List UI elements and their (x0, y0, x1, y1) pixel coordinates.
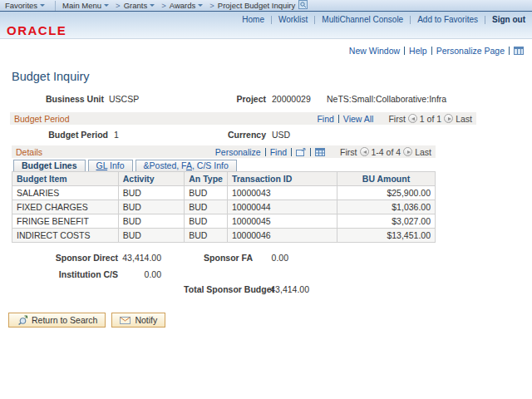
budget-period-pager: First 1 of 1 Last (388, 114, 472, 124)
cell-transaction-id: 10000043 (227, 186, 337, 200)
divider (314, 16, 315, 24)
project-label: Project (183, 94, 266, 104)
sponsor-fa-value: 0.00 (239, 253, 288, 263)
institution-cs-value: 0.00 (95, 269, 161, 279)
pager-counter: 1 of 1 (420, 114, 441, 124)
breadcrumb: Favorites Main Menu > Grants > Awards > … (0, 0, 532, 12)
return-to-search-button[interactable]: Return to Search (8, 313, 106, 328)
divider (410, 16, 411, 24)
action-buttons: Return to Search Notify (8, 313, 532, 328)
table-row: FRINGE BENEFIT BUD BUD 10000045 $3,027.0… (12, 214, 436, 229)
cell-an-type: BUD (185, 200, 228, 214)
table-row: FIXED CHARGES BUD BUD 10000044 $1,036.00 (12, 200, 436, 214)
cell-budget-item: FIXED CHARGES (12, 200, 119, 214)
help-link[interactable]: Help (409, 46, 427, 56)
budget-lines-table: Budget Item Activity An Type Transaction… (12, 171, 436, 243)
breadcrumb-separator: > (209, 1, 214, 10)
divider (55, 1, 56, 11)
breadcrumb-favorites[interactable]: Favorites (5, 1, 37, 10)
cell-an-type: BUD (185, 214, 228, 229)
sign-out-link[interactable]: Sign out (492, 15, 525, 24)
budget-period-section-header: Budget Period Find View All First 1 of 1… (10, 112, 476, 125)
download-grid-icon[interactable] (315, 148, 325, 156)
notify-label: Notify (135, 315, 157, 325)
pager-first-label: First (340, 147, 357, 157)
breadcrumb-separator: > (116, 1, 121, 10)
column-header-activity: Activity (118, 172, 185, 186)
divider (509, 47, 510, 55)
total-sponsor-budget-value: 43,414.00 (251, 284, 309, 294)
tab-posted-label-post: , C/S Info (192, 160, 229, 170)
cell-bu-amount: $13,451.00 (337, 229, 435, 243)
divider (485, 16, 485, 24)
chevron-down-icon (150, 4, 155, 7)
business-unit-label: Business Unit (0, 94, 104, 104)
layout-grid-icon[interactable] (514, 47, 524, 55)
budget-period-value: 1 (114, 130, 119, 140)
breadcrumb-current-page: Project Budget Inquiry (218, 1, 295, 10)
worklist-link[interactable]: Worklist (278, 15, 308, 24)
circle-left-arrow-icon[interactable] (360, 147, 369, 156)
details-find-link[interactable]: Find (270, 147, 287, 157)
column-header-transaction-id: Transaction ID (227, 172, 337, 186)
cell-budget-item: FRINGE BENEFIT (12, 214, 119, 229)
tab-posted-fa-cs-info[interactable]: &Posted, FA, C/S Info (135, 160, 237, 171)
tab-gl-info-accesskey: GL (96, 160, 108, 170)
pager-counter: 1-4 of 4 (372, 147, 401, 157)
add-to-favorites-link[interactable]: Add to Favorites (417, 15, 478, 24)
breadcrumb-separator: > (161, 1, 166, 10)
cell-bu-amount: $1,036.00 (337, 200, 435, 214)
popup-window-icon[interactable] (296, 148, 306, 156)
divider (271, 16, 272, 24)
pager-last-label: Last (415, 147, 431, 157)
cell-an-type: BUD (185, 186, 228, 200)
cell-budget-item: SALARIES (12, 186, 119, 200)
pager-last-label: Last (456, 114, 472, 124)
budget-period-label: Budget Period (0, 130, 108, 140)
breadcrumb-grants[interactable]: Grants (124, 1, 148, 10)
currency-label: Currency (183, 130, 266, 140)
tab-posted-label-pre: &Posted, F (144, 160, 186, 170)
page-search-icon[interactable] (298, 0, 308, 11)
sponsor-direct-value: 43,414.00 (95, 253, 161, 263)
column-header-budget-item: Budget Item (12, 172, 119, 186)
project-description: NeTS:Small:Collaborative:Infra (327, 94, 446, 104)
budget-period-section-title: Budget Period (14, 114, 70, 124)
budget-period-find-link[interactable]: Find (317, 114, 333, 124)
cell-activity: BUD (118, 214, 185, 229)
cell-activity: BUD (118, 229, 185, 243)
summary-section: Sponsor Direct 43,414.00 Sponsor FA 0.00… (0, 253, 532, 301)
budget-period-view-all-link[interactable]: View All (343, 114, 374, 124)
tab-budget-lines[interactable]: Budget Lines (13, 160, 86, 171)
business-unit-value: USCSP (109, 94, 139, 104)
multichannel-console-link[interactable]: MultiChannel Console (322, 15, 403, 24)
details-pager: First 1-4 of 4 Last (340, 147, 431, 157)
circle-right-arrow-icon[interactable] (444, 114, 453, 123)
divider (291, 148, 292, 156)
details-section: Details Personalize Find First 1-4 of 4 … (12, 145, 436, 243)
magnifier-back-arrow-icon (17, 315, 27, 325)
oracle-logo: ORACLE (7, 23, 66, 37)
home-link[interactable]: Home (242, 15, 264, 24)
circle-left-arrow-icon[interactable] (408, 114, 417, 123)
circle-right-arrow-icon[interactable] (403, 147, 412, 156)
personalize-page-link[interactable]: Personalize Page (436, 46, 505, 56)
period-fields-row: Budget Period 1 Currency USD (0, 130, 532, 141)
table-row: INDIRECT COSTS BUD BUD 10000046 $13,451.… (12, 229, 436, 243)
new-window-link[interactable]: New Window (349, 46, 400, 56)
details-personalize-link[interactable]: Personalize (215, 147, 261, 157)
notify-button[interactable]: Notify (111, 313, 165, 328)
currency-value: USD (272, 130, 290, 140)
cell-transaction-id: 10000044 (227, 200, 337, 214)
details-section-title: Details (16, 147, 42, 157)
breadcrumb-main-menu[interactable]: Main Menu (62, 1, 101, 10)
cell-bu-amount: $3,027.00 (337, 214, 435, 229)
tab-posted-accesskey: A (186, 160, 192, 170)
breadcrumb-awards[interactable]: Awards (170, 1, 196, 10)
table-row: SALARIES BUD BUD 10000043 $25,900.00 (12, 186, 436, 200)
cell-bu-amount: $25,900.00 (337, 186, 435, 200)
tab-gl-info[interactable]: GL Info (88, 160, 133, 171)
tab-gl-info-label: Info (107, 160, 124, 170)
pager-first-label: First (388, 114, 405, 124)
header-links: Home Worklist MultiChannel Console Add t… (242, 15, 525, 24)
